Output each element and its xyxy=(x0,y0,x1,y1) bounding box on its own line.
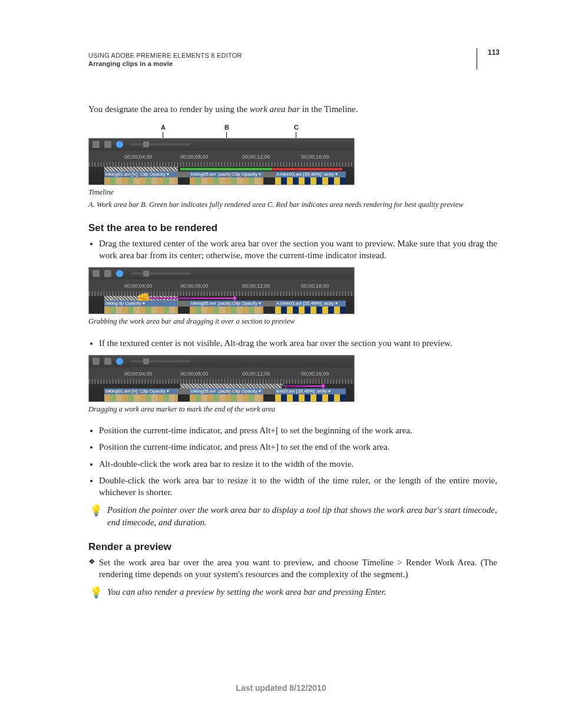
intro-pre: You designate the area to render by usin… xyxy=(88,104,250,114)
figure2-caption: Grabbing the work area bar and dragging … xyxy=(88,317,497,326)
time-ruler[interactable]: 00;00;04;00 00;00;08;00 00;00;12;00 00;0… xyxy=(89,150,354,167)
bullet-alt-close-bracket: Position the current-time indicator, and… xyxy=(99,441,497,453)
tip-press-enter: 💡 You can also render a preview by setti… xyxy=(88,586,497,598)
marker-tool-icon[interactable] xyxy=(116,141,123,148)
timeline-toolbar xyxy=(89,139,354,150)
clip-thumbs xyxy=(104,177,178,185)
bullet-alt-open-bracket: Position the current-time indicator, and… xyxy=(99,424,497,436)
work-area-lane[interactable]: ➤ xyxy=(89,384,354,388)
ruler-tc: 00;00;16;00 xyxy=(301,154,329,160)
ruler-tc: 00;00;08;00 xyxy=(180,371,209,377)
page-number: 113 xyxy=(488,48,500,57)
clip[interactable]: biking01.avi [V] :Clip Opacity ▾ xyxy=(104,388,178,394)
transition[interactable] xyxy=(263,388,275,394)
bullet-render-work-area: Set the work area bar over the area you … xyxy=(99,556,497,581)
video-track[interactable]: biking lip Opacity ▾ biking05.avi :pacit… xyxy=(89,301,354,314)
figure-timeline-annotated: A B C 00;00;04;00 00;00;08;00 00;00;12;0… xyxy=(88,124,497,209)
ruler-tc: 00;00;12;00 xyxy=(242,154,270,160)
drag-arrow-icon xyxy=(283,386,325,387)
label-b: B xyxy=(224,124,229,131)
running-head-section: Arranging clips in a movie xyxy=(88,60,242,67)
zoom-knob[interactable] xyxy=(143,141,149,147)
ruler-tc: 00;00;08;00 xyxy=(180,154,209,160)
figure-drag-marker: 00;00;04;00 00;00;08;00 00;00;12;00 00;0… xyxy=(88,355,497,414)
lightbulb-icon: 💡 xyxy=(90,587,103,598)
clip-thumbs xyxy=(190,177,263,185)
page-footer: Last updated 8/12/2010 xyxy=(0,683,562,693)
clip[interactable]: A bike03.avi [35.46%] :acity ▾ xyxy=(275,301,346,307)
bullet-doubleclick: Double-click the work area bar to resize… xyxy=(99,475,497,499)
heading-set-area: Set the area to be rendered xyxy=(88,222,497,234)
intro-term: work area bar xyxy=(250,104,300,114)
transition[interactable] xyxy=(178,301,190,307)
bullet-drag-center: Drag the textured center of the work are… xyxy=(99,238,497,262)
pen-tool-icon[interactable] xyxy=(104,141,111,148)
selection-tool-icon[interactable] xyxy=(92,270,100,277)
page-number-box: 113 xyxy=(477,48,503,70)
ruler-tc: 00;00;12;00 xyxy=(242,283,270,289)
clip[interactable]: biking05.avi :pacity:Clip Opacity ▾ xyxy=(190,172,263,177)
ruler-tc: 00;00;04;00 xyxy=(124,283,153,289)
needs-render-red-bar xyxy=(272,168,342,170)
clip[interactable]: ike03.avi [35.46%] :acity ▾ xyxy=(275,388,346,394)
time-ruler[interactable]: 00;00;04;00 00;00;08;00 00;00;12;00 00;0… xyxy=(89,279,354,296)
drag-arrow-icon xyxy=(142,298,236,299)
ruler-tc: 00;00;04;00 xyxy=(124,371,153,377)
timeline-panel: 00;00;04;00 00;00;08;00 00;00;12;00 00;0… xyxy=(88,138,355,185)
clip-thumbs xyxy=(275,177,346,185)
label-a: A xyxy=(161,124,166,131)
figure1-caption: A. Work area bar B. Green bar indicates … xyxy=(88,200,497,209)
annotation-labels: A B C xyxy=(88,124,497,138)
label-c: C xyxy=(294,124,299,131)
clip[interactable]: biking05.avi :pacity:Clip Opacity ▾ xyxy=(190,388,263,394)
tip-tooltip: 💡 Position the pointer over the work are… xyxy=(88,504,497,528)
selection-tool-icon[interactable] xyxy=(92,141,100,148)
figure3-caption: Dragging a work area marker to mark the … xyxy=(88,404,497,414)
time-ruler[interactable]: 00;00;04;00 00;00;08;00 00;00;12;00 00;0… xyxy=(89,367,354,384)
video-track[interactable]: biking01.avi [V] :Clip Opacity ▾ biking0… xyxy=(89,388,354,401)
video-track[interactable]: biking01.avi [V] :Clip Opacity ▾ biking0… xyxy=(89,172,354,185)
intro-paragraph: You designate the area to render by usin… xyxy=(88,103,497,115)
timeline-panel: 00;00;04;00 00;00;08;00 00;00;12;00 00;0… xyxy=(88,267,355,314)
lightbulb-icon: 💡 xyxy=(90,505,103,516)
transition[interactable] xyxy=(263,301,275,307)
intro-post: in the Timeline. xyxy=(300,104,358,114)
selection-tool-icon[interactable] xyxy=(92,358,100,365)
zoom-slider[interactable] xyxy=(131,143,190,146)
bullet-alt-doubleclick: Alt-double-click the work area bar to re… xyxy=(99,458,497,470)
ruler-tc: 00;00;04;00 xyxy=(124,154,153,160)
ruler-tc: 00;00;16;00 xyxy=(301,283,329,289)
tip-tooltip-text: Position the pointer over the work area … xyxy=(107,504,497,528)
running-head-title: USING ADOBE PREMIERE ELEMENTS 8 EDITOR xyxy=(88,52,242,59)
clip[interactable]: biking lip Opacity ▾ xyxy=(104,301,178,307)
figure1-caption-title: Timeline xyxy=(88,187,497,197)
marker-tool-icon[interactable] xyxy=(116,270,123,277)
transition[interactable] xyxy=(178,172,190,177)
transition[interactable] xyxy=(178,388,190,394)
running-head: USING ADOBE PREMIERE ELEMENTS 8 EDITOR A… xyxy=(88,52,242,67)
pen-tool-icon[interactable] xyxy=(104,270,111,277)
marker-tool-icon[interactable] xyxy=(116,358,123,365)
ruler-tc: 00;00;08;00 xyxy=(180,283,209,289)
timeline-panel: 00;00;04;00 00;00;08;00 00;00;12;00 00;0… xyxy=(88,355,355,402)
work-area-lane[interactable]: ✊ xyxy=(89,296,354,301)
work-area-bar[interactable] xyxy=(104,167,178,172)
clip[interactable]: biking05.avi :pacity:Clip Opacity ▾ xyxy=(190,301,263,307)
clip[interactable]: biking01.avi [V] :Clip Opacity ▾ xyxy=(104,172,178,177)
figure-grab-drag: 00;00;04;00 00;00;08;00 00;00;12;00 00;0… xyxy=(88,267,497,326)
tip-press-enter-text: You can also render a preview by setting… xyxy=(107,586,386,598)
clip[interactable]: A bike03.avi [35.46%] :acity ▾ xyxy=(275,172,346,177)
pen-tool-icon[interactable] xyxy=(104,358,111,365)
work-area-lane[interactable] xyxy=(89,167,354,172)
transition[interactable] xyxy=(263,172,275,177)
bullet-alt-drag: If the textured center is not visible, A… xyxy=(99,337,497,349)
zoom-slider[interactable] xyxy=(131,360,190,363)
work-area-bar[interactable] xyxy=(180,384,283,388)
rendered-green-bar xyxy=(180,168,272,170)
heading-render-preview: Render a preview xyxy=(88,541,497,553)
ruler-tc: 00;00;12;00 xyxy=(242,371,270,377)
zoom-slider[interactable] xyxy=(131,272,190,275)
ruler-tc: 00;00;16;00 xyxy=(301,371,329,377)
